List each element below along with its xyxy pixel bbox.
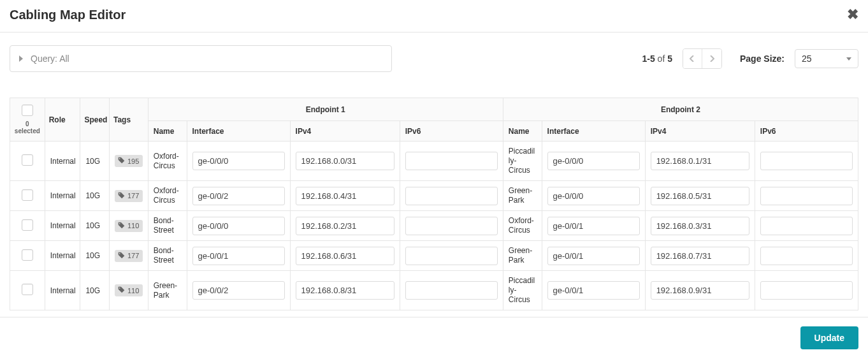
ep2-interface-input[interactable]: [547, 152, 640, 170]
col-endpoint2-group: Endpoint 2: [503, 98, 858, 121]
ep1-ipv4-input[interactable]: [296, 152, 394, 170]
tag-icon: [118, 222, 125, 230]
tag-count: 177: [127, 252, 139, 259]
page-size-value: 25: [802, 54, 812, 64]
cell-ep2-name: Oxford-Circus: [503, 211, 542, 241]
cell-ep1-name: Green-Park: [148, 271, 187, 310]
cell-speed: 10G: [80, 211, 110, 241]
tag-badge[interactable]: 177: [115, 250, 143, 262]
ep2-ipv6-input[interactable]: [760, 247, 853, 265]
ep1-interface-input[interactable]: [192, 187, 285, 205]
ep1-interface-input[interactable]: [192, 217, 285, 235]
ep1-ipv6-input[interactable]: [405, 152, 498, 170]
toolbar: Query: All 1-5 of 5 Page Size: 25: [0, 33, 868, 78]
table-row: Internal10G177Oxford-CircusGreen-Park: [10, 181, 858, 211]
ep2-ipv4-input[interactable]: [651, 152, 749, 170]
col-role-header: Role: [45, 98, 80, 142]
select-all-checkbox[interactable]: [22, 105, 33, 116]
cabling-table: 0 selected Role Speed Tags Endpoint 1 En…: [10, 98, 858, 310]
ep1-ipv6-input[interactable]: [405, 247, 498, 265]
tag-count: 110: [127, 287, 139, 295]
row-checkbox[interactable]: [22, 284, 33, 295]
ep1-interface-input[interactable]: [192, 281, 285, 300]
col-tags-header: Tags: [109, 98, 148, 142]
ep2-ipv4-input[interactable]: [651, 281, 749, 300]
range-total: 5: [667, 54, 672, 64]
ep2-ipv6-input[interactable]: [760, 281, 853, 300]
table-row: Internal10G110Bond-StreetOxford-Circus: [10, 211, 858, 241]
col-ep1-ipv6: IPv6: [400, 121, 503, 142]
row-checkbox[interactable]: [22, 189, 33, 201]
table-row: Internal10G110Green-ParkPiccadilly-Circu…: [10, 271, 858, 310]
pager: [683, 48, 722, 69]
row-checkbox[interactable]: [22, 154, 33, 166]
tag-count: 177: [127, 192, 139, 200]
cell-role: Internal: [45, 241, 80, 271]
ep1-ipv4-input[interactable]: [296, 187, 394, 205]
col-ep2-name: Name: [503, 121, 542, 142]
ep2-interface-input[interactable]: [547, 187, 640, 205]
ep2-interface-input[interactable]: [547, 217, 640, 235]
cell-speed: 10G: [80, 271, 110, 310]
ep2-ipv6-input[interactable]: [760, 187, 853, 205]
update-button[interactable]: Update: [800, 326, 858, 349]
ep1-ipv6-input[interactable]: [405, 187, 498, 205]
tag-count: 195: [127, 157, 139, 165]
ep2-ipv4-input[interactable]: [651, 247, 749, 265]
modal-header: Cabling Map Editor ✖: [0, 0, 868, 33]
query-label: Query: All: [31, 54, 69, 64]
page-size-select[interactable]: 25: [795, 49, 858, 68]
ep2-ipv6-input[interactable]: [760, 152, 853, 170]
cell-ep1-name: Oxford-Circus: [148, 142, 187, 181]
cell-role: Internal: [45, 181, 80, 211]
row-checkbox[interactable]: [22, 249, 33, 261]
ep1-interface-input[interactable]: [192, 247, 285, 265]
close-icon[interactable]: ✖: [847, 6, 858, 23]
cell-ep2-name: Green-Park: [503, 181, 542, 211]
col-ep2-ipv6: IPv6: [755, 121, 858, 142]
ep2-ipv4-input[interactable]: [651, 217, 749, 235]
range-bold: 1-5: [642, 54, 655, 64]
cell-ep2-name: Piccadilly-Circus: [503, 271, 542, 310]
footer: Update: [0, 317, 868, 349]
tag-icon: [118, 252, 125, 260]
row-checkbox[interactable]: [22, 219, 33, 231]
ep2-ipv4-input[interactable]: [651, 187, 749, 205]
table-row: Internal10G195Oxford-CircusPiccadilly-Ci…: [10, 142, 858, 181]
tag-badge[interactable]: 177: [115, 190, 143, 202]
col-ep1-interface: Interface: [187, 121, 290, 142]
tag-badge[interactable]: 110: [115, 220, 143, 232]
cell-speed: 10G: [80, 241, 110, 271]
col-speed-header: Speed: [80, 98, 110, 142]
ep1-interface-input[interactable]: [192, 152, 285, 170]
ep2-ipv6-input[interactable]: [760, 217, 853, 235]
selected-count: 0 selected: [14, 120, 41, 135]
page-title: Cabling Map Editor: [10, 8, 126, 22]
tag-icon: [118, 157, 125, 165]
query-filter[interactable]: Query: All: [10, 45, 392, 72]
tag-badge[interactable]: 195: [115, 155, 143, 167]
col-ep1-ipv4: IPv4: [290, 121, 400, 142]
tag-count: 110: [127, 222, 139, 229]
col-ep1-name: Name: [148, 121, 187, 142]
tag-badge[interactable]: 110: [115, 284, 143, 296]
ep1-ipv6-input[interactable]: [405, 281, 498, 300]
ep2-interface-input[interactable]: [547, 247, 640, 265]
cell-speed: 10G: [80, 142, 110, 181]
cell-role: Internal: [45, 271, 80, 310]
cell-role: Internal: [45, 142, 80, 181]
table-row: Internal10G177Bond-StreetGreen-Park: [10, 241, 858, 271]
next-page-button[interactable]: [702, 49, 721, 68]
table-container: 0 selected Role Speed Tags Endpoint 1 En…: [0, 78, 868, 317]
col-ep2-ipv4: IPv4: [645, 121, 755, 142]
page-size-label: Page Size:: [740, 54, 785, 64]
tag-icon: [118, 286, 125, 295]
prev-page-button[interactable]: [683, 49, 702, 68]
ep1-ipv4-input[interactable]: [296, 247, 394, 265]
ep2-interface-input[interactable]: [547, 281, 640, 300]
ep1-ipv4-input[interactable]: [296, 281, 394, 300]
cell-ep1-name: Bond-Street: [148, 211, 187, 241]
ep1-ipv4-input[interactable]: [296, 217, 394, 235]
ep1-ipv6-input[interactable]: [405, 217, 498, 235]
cell-role: Internal: [45, 211, 80, 241]
